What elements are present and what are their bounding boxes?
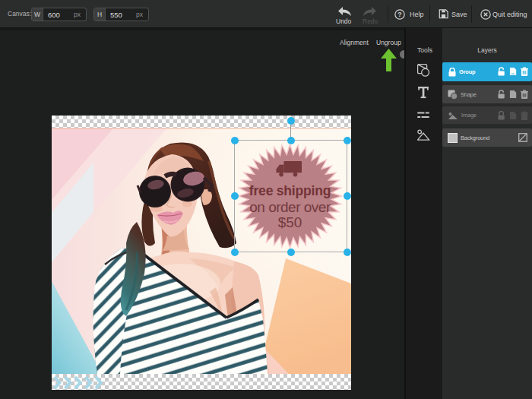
svg-text:?: ? [397,11,401,18]
